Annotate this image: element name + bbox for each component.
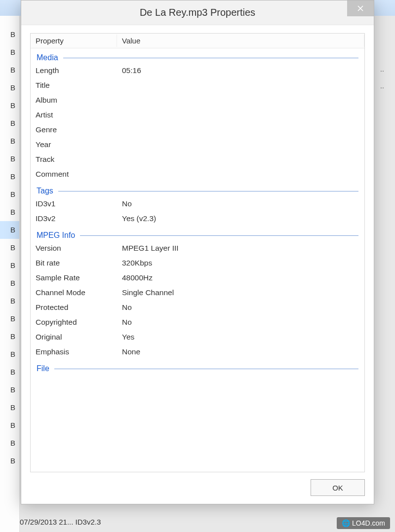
table-row[interactable]: Title	[31, 78, 364, 93]
section-title: MPEG Info	[37, 231, 75, 240]
property-value: Single Channel	[122, 288, 359, 297]
property-name: Protected	[36, 303, 122, 312]
background-list-item: B	[0, 452, 19, 470]
section-header: File	[31, 361, 364, 374]
background-list-item: B	[0, 345, 19, 363]
table-row[interactable]: EmphasisNone	[31, 344, 364, 359]
table-row[interactable]: Album	[31, 93, 364, 108]
column-header-value[interactable]: Value	[117, 35, 364, 47]
property-value: No	[122, 199, 359, 208]
section-title: File	[37, 364, 49, 373]
globe-icon: 🌐	[342, 519, 350, 527]
property-name: Channel Mode	[36, 288, 122, 297]
background-list-item: B	[0, 399, 19, 417]
button-bar: OK	[30, 472, 365, 496]
background-list-item: B	[0, 274, 19, 292]
dialog-body: Property Value MediaLength05:16TitleAlbu…	[21, 25, 374, 504]
table-header: Property Value	[31, 34, 364, 48]
section-header: Tags	[31, 184, 364, 196]
background-list-item: B	[0, 79, 19, 97]
property-name: Year	[36, 140, 122, 149]
background-list-item: B	[0, 61, 19, 79]
section-divider	[54, 369, 358, 369]
property-value: 05:16	[122, 66, 359, 75]
table-row[interactable]: Track	[31, 152, 364, 167]
table-scroll-area[interactable]: MediaLength05:16TitleAlbumArtistGenreYea…	[31, 48, 364, 472]
table-row[interactable]: Length05:16	[31, 63, 364, 78]
property-name: Track	[36, 155, 122, 164]
property-value: None	[122, 347, 359, 356]
background-right-dots: .. ..	[380, 65, 395, 90]
background-footer: 07/29/2013 21... ID3v2.3	[20, 518, 101, 526]
background-list-item: B	[0, 168, 19, 186]
background-list-item: B	[0, 239, 19, 257]
property-name: Comment	[36, 170, 122, 179]
background-list-item: B	[0, 97, 19, 114]
table-row[interactable]: OriginalYes	[31, 330, 364, 344]
dialog-title: De La Rey.mp3 Properties	[140, 7, 255, 18]
background-list-item: B	[0, 186, 19, 203]
background-list-item: B	[0, 417, 19, 434]
table-row[interactable]: Artist	[31, 108, 364, 122]
property-name: Length	[36, 66, 122, 75]
background-list-item: B	[0, 363, 19, 381]
dialog-titlebar: De La Rey.mp3 Properties	[21, 0, 374, 25]
table-row[interactable]: VersionMPEG1 Layer III	[31, 241, 364, 256]
background-list-item: B	[0, 203, 19, 221]
background-list-item: B	[0, 221, 19, 239]
section-divider	[63, 58, 358, 58]
section-title: Media	[37, 53, 58, 62]
property-name: Emphasis	[36, 347, 122, 356]
background-list-item: B	[0, 381, 19, 399]
ok-button[interactable]: OK	[311, 479, 365, 496]
close-icon	[357, 4, 363, 13]
section-header: MPEG Info	[31, 228, 364, 241]
property-name: Title	[36, 81, 122, 90]
section-divider	[80, 235, 358, 236]
table-row[interactable]: Sample Rate48000Hz	[31, 270, 364, 285]
property-name: ID3v1	[36, 199, 122, 208]
property-value: No	[122, 303, 359, 312]
column-header-property[interactable]: Property	[31, 35, 117, 47]
properties-dialog: De La Rey.mp3 Properties Property Value …	[21, 0, 374, 504]
section-header: Media	[31, 50, 364, 63]
property-name: Artist	[36, 111, 122, 119]
property-name: Genre	[36, 125, 122, 134]
background-list: BBBBBBBBBBBBBBBBBBBBBBBBB	[0, 16, 20, 532]
property-value: MPEG1 Layer III	[122, 244, 359, 253]
section-title: Tags	[37, 187, 53, 195]
property-value: 48000Hz	[122, 273, 359, 282]
property-value: Yes	[122, 333, 359, 342]
table-row[interactable]: ID3v2Yes (v2.3)	[31, 211, 364, 226]
background-list-item: B	[0, 310, 19, 328]
property-name: Sample Rate	[36, 273, 122, 282]
close-button[interactable]	[347, 0, 374, 16]
background-list-item: B	[0, 132, 19, 150]
watermark-text: LO4D.com	[352, 519, 385, 527]
background-list-item: B	[0, 43, 19, 61]
property-value: Yes (v2.3)	[122, 214, 359, 223]
table-row[interactable]: ID3v1No	[31, 196, 364, 211]
background-list-item: B	[0, 328, 19, 345]
table-row[interactable]: ProtectedNo	[31, 300, 364, 315]
background-list-item: B	[0, 292, 19, 310]
background-list-item: B	[0, 114, 19, 132]
property-value: 320Kbps	[122, 259, 359, 267]
table-row[interactable]: Channel ModeSingle Channel	[31, 285, 364, 300]
background-list-item: B	[0, 257, 19, 274]
property-name: Bit rate	[36, 259, 122, 267]
table-row[interactable]: Genre	[31, 122, 364, 137]
table-row[interactable]: Bit rate320Kbps	[31, 256, 364, 270]
section-divider	[58, 191, 358, 191]
property-name: ID3v2	[36, 214, 122, 223]
table-row[interactable]: CopyrightedNo	[31, 315, 364, 330]
property-name: Copyrighted	[36, 318, 122, 327]
property-name: Version	[36, 244, 122, 253]
property-value: No	[122, 318, 359, 327]
table-row[interactable]: Comment	[31, 167, 364, 182]
watermark-badge: 🌐 LO4D.com	[337, 517, 390, 529]
table-row[interactable]: Year	[31, 137, 364, 152]
background-list-item: B	[0, 150, 19, 168]
background-list-item: B	[0, 26, 19, 43]
properties-table: Property Value MediaLength05:16TitleAlbu…	[30, 33, 365, 472]
